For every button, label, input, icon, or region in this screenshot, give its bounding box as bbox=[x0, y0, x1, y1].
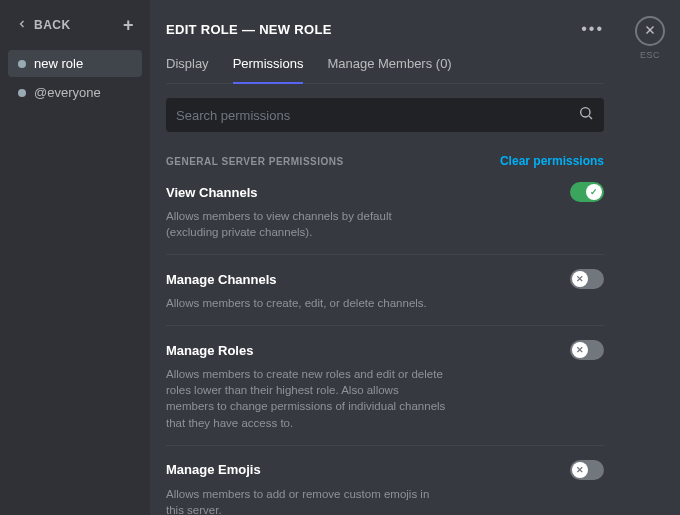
permission-description: Allows members to view channels by defau… bbox=[166, 208, 446, 240]
permission-toggle[interactable]: ✕ bbox=[570, 460, 604, 480]
permission-description: Allows members to add or remove custom e… bbox=[166, 486, 446, 515]
add-role-button[interactable]: + bbox=[123, 16, 134, 34]
x-icon: ✕ bbox=[576, 345, 584, 355]
tab[interactable]: Manage Members (0) bbox=[327, 56, 451, 83]
clear-permissions-link[interactable]: Clear permissions bbox=[500, 154, 604, 168]
permission-name: View Channels bbox=[166, 185, 258, 200]
permission-name: Manage Channels bbox=[166, 272, 277, 287]
close-column: ESC bbox=[620, 0, 680, 515]
permission-row: Manage Roles ✕ Allows members to create … bbox=[166, 326, 604, 445]
permission-toggle[interactable]: ✕ bbox=[570, 269, 604, 289]
close-icon bbox=[643, 23, 657, 40]
permission-description: Allows members to create, edit, or delet… bbox=[166, 295, 446, 311]
toggle-knob: ✕ bbox=[572, 271, 588, 287]
section-title: GENERAL SERVER PERMISSIONS bbox=[166, 156, 344, 167]
permission-description: Allows members to create new roles and e… bbox=[166, 366, 446, 430]
role-color-dot bbox=[18, 60, 26, 68]
permission-row: View Channels ✓ Allows members to view c… bbox=[166, 168, 604, 255]
role-item[interactable]: @everyone bbox=[8, 79, 142, 106]
back-button[interactable]: BACK bbox=[16, 18, 71, 33]
role-label: new role bbox=[34, 56, 83, 71]
permission-row: Manage Channels ✕ Allows members to crea… bbox=[166, 255, 604, 326]
x-icon: ✕ bbox=[576, 274, 584, 284]
role-label: @everyone bbox=[34, 85, 101, 100]
tab[interactable]: Display bbox=[166, 56, 209, 83]
role-item[interactable]: new role bbox=[8, 50, 142, 77]
search-container bbox=[166, 98, 604, 132]
permission-name: Manage Emojis bbox=[166, 462, 261, 477]
search-icon bbox=[578, 105, 594, 125]
toggle-knob: ✕ bbox=[572, 462, 588, 478]
role-color-dot bbox=[18, 89, 26, 97]
permission-row: Manage Emojis ✕ Allows members to add or… bbox=[166, 446, 604, 515]
permission-name: Manage Roles bbox=[166, 343, 253, 358]
esc-label: ESC bbox=[640, 50, 660, 60]
tab[interactable]: Permissions bbox=[233, 56, 304, 83]
back-label: BACK bbox=[34, 18, 71, 32]
tabs: DisplayPermissionsManage Members (0) bbox=[166, 56, 604, 84]
toggle-knob: ✕ bbox=[572, 342, 588, 358]
sidebar-header: BACK + bbox=[8, 16, 142, 50]
permission-toggle[interactable]: ✕ bbox=[570, 340, 604, 360]
plus-icon: + bbox=[123, 15, 134, 35]
search-input[interactable] bbox=[176, 108, 578, 123]
main-content: EDIT ROLE — NEW ROLE ••• DisplayPermissi… bbox=[150, 0, 620, 515]
permission-toggle[interactable]: ✓ bbox=[570, 182, 604, 202]
svg-point-0 bbox=[581, 108, 590, 117]
arrow-left-icon bbox=[16, 18, 28, 33]
x-icon: ✕ bbox=[576, 465, 584, 475]
page-title: EDIT ROLE — NEW ROLE bbox=[166, 22, 332, 37]
ellipsis-icon: ••• bbox=[581, 20, 604, 37]
svg-line-1 bbox=[589, 116, 592, 119]
check-icon: ✓ bbox=[590, 187, 598, 197]
close-button[interactable] bbox=[635, 16, 665, 46]
toggle-knob: ✓ bbox=[586, 184, 602, 200]
roles-sidebar: BACK + new role @everyone bbox=[0, 0, 150, 515]
more-options-button[interactable]: ••• bbox=[581, 20, 604, 38]
